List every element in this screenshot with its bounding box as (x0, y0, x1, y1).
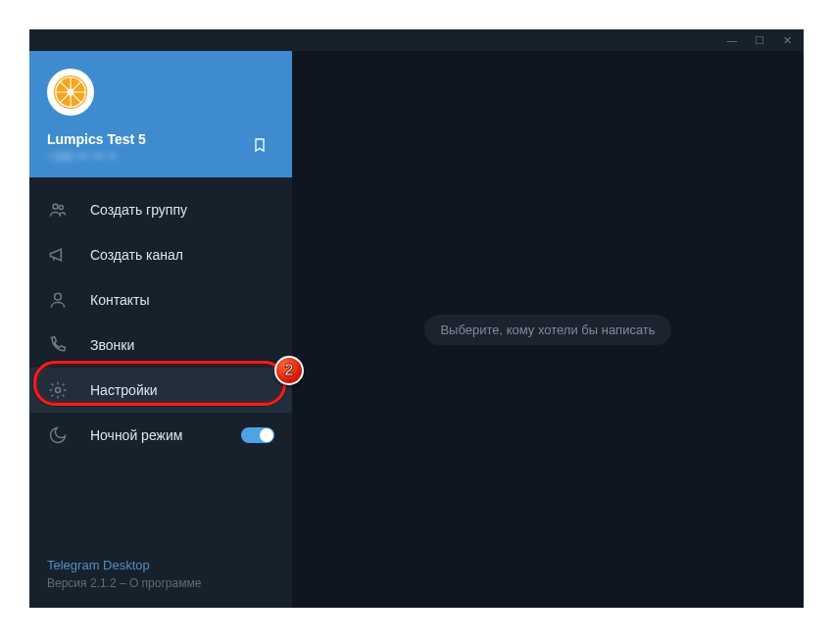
night-mode-toggle[interactable] (241, 427, 274, 443)
maximize-button[interactable]: ☐ (753, 34, 766, 47)
svg-point-3 (59, 205, 63, 209)
titlebar: — ☐ ✕ (29, 29, 804, 51)
sidebar: Lumpics Test 5 +380 ••• ••• •• Создать г… (29, 51, 292, 608)
app-name[interactable]: Telegram Desktop (47, 558, 274, 572)
empty-placeholder: Выберите, кому хотели бы написать (424, 315, 670, 345)
menu: Создать группу Создать канал Контакты Зв… (29, 177, 292, 544)
moon-icon (47, 424, 69, 446)
menu-label: Звонки (90, 337, 134, 353)
menu-contacts[interactable]: Контакты (29, 277, 292, 322)
menu-create-channel[interactable]: Создать канал (29, 232, 292, 277)
phone-icon (47, 334, 69, 356)
close-button[interactable]: ✕ (780, 34, 794, 47)
minimize-button[interactable]: — (725, 34, 739, 46)
menu-label: Контакты (90, 292, 149, 308)
profile-header[interactable]: Lumpics Test 5 +380 ••• ••• •• (29, 51, 292, 177)
gear-icon (47, 379, 69, 401)
svg-point-4 (55, 293, 62, 300)
megaphone-icon (47, 244, 69, 266)
menu-create-group[interactable]: Создать группу (29, 187, 292, 232)
svg-point-5 (56, 388, 61, 393)
sidebar-footer: Telegram Desktop Версия 2.1.2 – О програ… (29, 544, 292, 608)
menu-label: Создать канал (90, 247, 183, 263)
person-icon (47, 289, 69, 311)
app-window: — ☐ ✕ Lumpics Test 5 +380 ••• ••• •• Соз… (29, 29, 804, 608)
svg-point-2 (53, 204, 58, 209)
avatar (47, 69, 94, 116)
main-area: Выберите, кому хотели бы написать (292, 51, 804, 608)
menu-calls[interactable]: Звонки (29, 322, 292, 368)
app-version[interactable]: Версия 2.1.2 – О программе (47, 576, 274, 590)
annotation-badge: 2 (274, 356, 304, 385)
saved-messages-button[interactable] (245, 130, 274, 160)
profile-name: Lumpics Test 5 (47, 131, 274, 147)
menu-settings[interactable]: Настройки (29, 368, 292, 413)
profile-phone: +380 ••• ••• •• (47, 150, 274, 164)
group-icon (47, 199, 69, 221)
menu-night-mode[interactable]: Ночной режим (29, 413, 292, 458)
menu-label: Создать группу (90, 202, 187, 218)
menu-label: Ночной режим (90, 427, 182, 443)
menu-label: Настройки (90, 382, 158, 398)
